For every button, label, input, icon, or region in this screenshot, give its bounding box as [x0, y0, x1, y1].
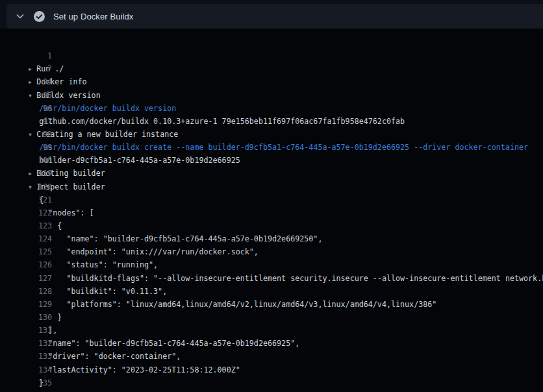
- line-content: "lastActivity": "2023-02-25T11:58:12.000…: [29, 363, 240, 376]
- line-number[interactable]: 133: [18, 350, 52, 363]
- line-number[interactable]: 119: [18, 167, 52, 180]
- log-container[interactable]: 1 ▶Run ./ 7 ▶Docker info 94 ▼Buildx vers…: [0, 29, 543, 392]
- line-number[interactable]: 98: [18, 128, 52, 141]
- line-number[interactable]: 123: [18, 219, 52, 232]
- command-text: /usr/bin/docker buildx version: [39, 104, 176, 113]
- line-number[interactable]: 128: [18, 285, 52, 298]
- log-line: 132 "driver": "docker-container",: [0, 324, 543, 337]
- line-number[interactable]: 94: [18, 75, 52, 88]
- log-text: "lastActivity": "2023-02-25T11:58:12.000…: [39, 365, 240, 374]
- line-content: "platforms": "linux/amd64,linux/amd64/v2…: [29, 298, 436, 311]
- step-header[interactable]: Set up Docker Buildx: [6, 4, 543, 29]
- line-number[interactable]: 121: [18, 193, 52, 206]
- log-group-line[interactable]: 94 ▼Buildx version: [0, 62, 543, 75]
- line-number[interactable]: 127: [18, 272, 52, 285]
- line-number[interactable]: 7: [18, 62, 52, 75]
- line-number[interactable]: 96: [18, 102, 52, 115]
- step-title: Set up Docker Buildx: [53, 12, 133, 21]
- log-text: builder-d9cfb5a1-c764-445a-a57e-0b19d2e6…: [39, 156, 240, 165]
- line-number[interactable]: 129: [18, 298, 52, 311]
- line-content: "name": "builder-d9cfb5a1-c764-445a-a57e…: [29, 232, 322, 245]
- line-number[interactable]: 99: [18, 141, 52, 154]
- group-title: Creating a new builder instance: [36, 130, 178, 139]
- line-content: github.com/docker/buildx 0.10.3+azure-1 …: [29, 115, 405, 128]
- line-number[interactable]: 125: [18, 245, 52, 258]
- line-content: "endpoint": "unix:///var/run/docker.sock…: [29, 245, 259, 258]
- line-number[interactable]: 135: [18, 376, 52, 389]
- log-group-line[interactable]: 7 ▶Docker info: [0, 49, 543, 62]
- line-number[interactable]: 100: [18, 154, 52, 167]
- line-number[interactable]: 132: [18, 337, 52, 350]
- chevron-down-icon[interactable]: [15, 11, 25, 21]
- log-text: "status": "running",: [39, 260, 158, 269]
- line-number[interactable]: 134: [18, 363, 52, 376]
- log-text: "buildkit": "v0.11.3",: [39, 287, 167, 296]
- log-text: "platforms": "linux/amd64,linux/amd64/v2…: [39, 300, 436, 309]
- log-text: "name": "builder-d9cfb5a1-c764-445a-a57e…: [39, 339, 299, 348]
- line-content: "name": "builder-d9cfb5a1-c764-445a-a57e…: [29, 337, 299, 350]
- step-header-wrap: Set up Docker Buildx: [0, 0, 543, 29]
- log-text: "name": "builder-d9cfb5a1-c764-445a-a57e…: [39, 234, 322, 243]
- line-number[interactable]: 136: [18, 389, 52, 392]
- line-number[interactable]: 97: [18, 115, 52, 128]
- line-number[interactable]: 124: [18, 232, 52, 245]
- log-line: 124 "endpoint": "unix:///var/run/docker.…: [0, 219, 543, 232]
- line-content: /usr/bin/docker buildx create --name bui…: [29, 141, 528, 154]
- line-number[interactable]: 131: [18, 324, 52, 337]
- line-number[interactable]: 1: [18, 49, 52, 62]
- log-text: "driver": "docker-container",: [39, 352, 181, 361]
- line-number[interactable]: 130: [18, 311, 52, 324]
- line-number[interactable]: 95: [18, 89, 52, 102]
- log-text: github.com/docker/buildx 0.10.3+azure-1 …: [39, 117, 405, 126]
- log-line: 122 {: [0, 193, 543, 206]
- log-line: 131 "name": "builder-d9cfb5a1-c764-445a-…: [0, 311, 543, 324]
- success-check-icon: [34, 11, 45, 22]
- log-text: "endpoint": "unix:///var/run/docker.sock…: [39, 247, 259, 256]
- line-number[interactable]: 122: [18, 206, 52, 219]
- line-content: "buildkitd-flags": "--allow-insecure-ent…: [29, 272, 543, 285]
- line-content: builder-d9cfb5a1-c764-445a-a57e-0b19d2e6…: [29, 154, 240, 167]
- log-line: 136 builder-d9cfb5a1-c764-445a-a57e-0b19…: [0, 376, 543, 389]
- line-number[interactable]: 120: [18, 180, 52, 193]
- command-text: /usr/bin/docker buildx create --name bui…: [39, 143, 528, 152]
- log-group-line[interactable]: 1 ▶Run ./: [0, 36, 543, 49]
- line-number[interactable]: 126: [18, 258, 52, 271]
- log-text: "buildkitd-flags": "--allow-insecure-ent…: [39, 274, 543, 283]
